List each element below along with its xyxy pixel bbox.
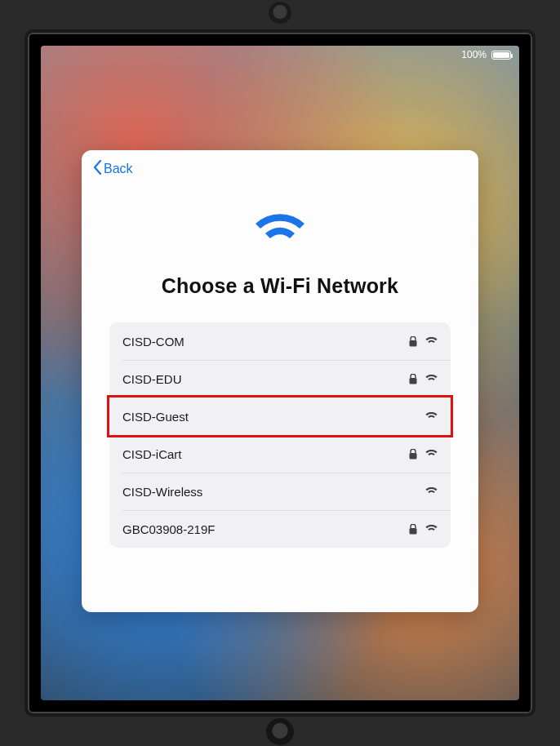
wifi-signal-icon [425, 337, 438, 346]
network-row-highlighted[interactable]: CISD-Guest [109, 397, 451, 435]
network-row[interactable]: CISD-iCart [109, 435, 451, 473]
network-ssid: CISD-EDU [122, 372, 409, 386]
wifi-signal-icon [425, 525, 438, 534]
lock-icon [409, 524, 417, 535]
page-title: Choose a Wi-Fi Network [162, 274, 398, 298]
svg-rect-2 [410, 453, 417, 460]
modal-header: Back [82, 150, 478, 188]
wifi-signal-icon [425, 412, 438, 421]
network-ssid: CISD-Guest [122, 410, 425, 424]
network-row[interactable]: CISD-Wireless [109, 473, 451, 510]
network-ssid: CISD-iCart [122, 447, 409, 461]
device-screen: 100% Back [41, 46, 519, 700]
battery-percentage: 100% [461, 49, 487, 60]
network-ssid: CISD-COM [122, 335, 409, 349]
svg-rect-0 [410, 340, 417, 347]
back-label: Back [104, 162, 133, 176]
svg-rect-1 [410, 378, 417, 384]
svg-rect-3 [410, 528, 417, 535]
network-ssid: CISD-Wireless [122, 485, 425, 499]
device-frame: 100% Back [24, 29, 536, 717]
lock-icon [409, 374, 417, 384]
wifi-signal-icon [425, 487, 438, 496]
wifi-signal-icon [425, 450, 438, 459]
network-row[interactable]: CISD-COM [109, 322, 451, 360]
lock-icon [409, 449, 417, 460]
wifi-setup-modal: Back Choose a Wi-Fi Network [82, 150, 478, 612]
network-row[interactable]: CISD-EDU [109, 360, 451, 397]
status-bar: 100% [461, 49, 511, 60]
wifi-signal-icon [425, 375, 438, 384]
modal-hero: Choose a Wi-Fi Network [82, 188, 478, 314]
device-case: 100% Back [0, 0, 560, 746]
back-button[interactable]: Back [93, 160, 133, 178]
chevron-left-icon [93, 160, 102, 178]
network-list: CISD-COM CISD-EDU [109, 322, 451, 548]
wifi-icon [254, 214, 306, 255]
lock-icon [409, 336, 417, 347]
network-ssid: GBC03908-219F [122, 522, 409, 536]
battery-icon [491, 51, 511, 60]
network-row[interactable]: GBC03908-219F [109, 510, 451, 548]
